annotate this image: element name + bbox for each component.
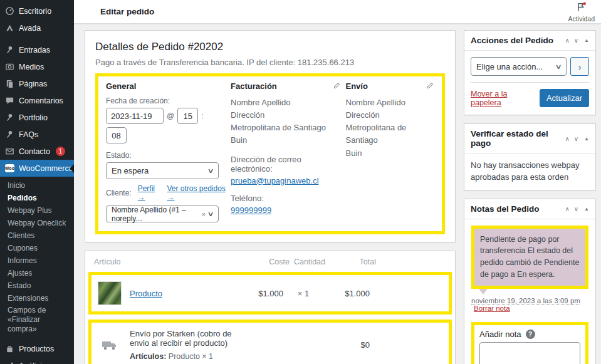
shipping-total: $0 — [323, 340, 370, 350]
truck-icon — [98, 339, 130, 351]
panel-title: Verificar estado del pago — [471, 129, 560, 148]
edit-billing-pencil-icon[interactable] — [333, 81, 341, 91]
column-header-qty: Cantidad — [290, 257, 330, 266]
sidebar-item-faqs[interactable]: FAQs — [0, 126, 74, 143]
product-link[interactable]: Producto — [130, 289, 162, 298]
content-area: Detalles de Pedido #20202 Pago a través … — [74, 24, 601, 364]
chevron-down-icon: ∨ — [207, 210, 214, 218]
order-items-card: Artículo Coste Cantidad Total Producto $… — [85, 251, 456, 364]
shipping-items-label: Artículos: — [130, 352, 166, 361]
apply-action-button[interactable]: › — [570, 57, 589, 76]
order-date-input[interactable] — [106, 108, 164, 124]
order-status-select[interactable]: En espera ∨ — [106, 162, 219, 179]
activity-label: Actividad — [568, 15, 595, 23]
media-icon — [5, 62, 14, 71]
sidebar-item-contacto[interactable]: Contacto 1 — [0, 143, 74, 160]
submenu-item-informes[interactable]: Informes — [0, 254, 74, 267]
sidebar-item-label: Análisis — [19, 361, 46, 364]
sidebar-item-label: Portfolio — [19, 113, 48, 122]
sidebar-item-comentarios[interactable]: Comentarios — [0, 92, 74, 109]
shipping-heading: Envío — [346, 81, 368, 91]
order-note-highlight-box: Pendiente de pago por transferencia El e… — [471, 226, 588, 289]
order-main-column: Detalles de Pedido #20202 Pago a través … — [85, 30, 456, 364]
note-bubble-tail — [479, 289, 488, 294]
sidebar-item-paginas[interactable]: Páginas — [0, 75, 74, 92]
customer-select[interactable]: Nombre Apellido (#1 – noreply... × ∨ — [106, 205, 219, 222]
product-thumbnail — [98, 281, 122, 305]
add-note-textarea[interactable] — [479, 342, 580, 364]
move-down-icon[interactable]: ∨ — [574, 205, 578, 212]
activity-button[interactable]: Actividad — [568, 1, 595, 23]
sidebar-item-woocommerce[interactable]: Woo WooCommerce — [0, 160, 74, 177]
order-notes-panel-header[interactable]: Notas del Pedido ∧ ∨ ▲ — [464, 199, 595, 219]
product-row-highlight-box: Producto $1.000 × 1 $1.000 — [88, 272, 452, 315]
sidebar-item-label: Contacto — [19, 147, 50, 156]
active-menu-arrow — [70, 164, 74, 173]
delete-note-link[interactable]: Borrar nota — [474, 304, 510, 312]
order-note-bubble: Pendiente de pago por transferencia El e… — [474, 229, 585, 286]
submenu-item-webpay-plus[interactable]: Webpay Plus — [0, 204, 74, 217]
pin-icon — [5, 113, 14, 122]
customer-profile-link[interactable]: Perfil → — [138, 184, 161, 202]
order-actions-panel-header[interactable]: Acciones del Pedido ∧ ∨ ▲ — [464, 31, 595, 51]
sidebar-item-analisis[interactable]: Análisis — [0, 357, 74, 364]
payment-status-panel-header[interactable]: Verificar estado del pago ∧ ∨ ▲ — [464, 124, 595, 153]
order-action-select[interactable]: Elige una acción... ∨ — [471, 57, 567, 76]
update-order-button[interactable]: Actualizar — [540, 89, 589, 107]
move-down-icon[interactable]: ∨ — [574, 37, 578, 44]
move-to-trash-link[interactable]: Mover a la papelera — [471, 90, 540, 107]
collapse-toggle-icon[interactable]: ▲ — [584, 38, 589, 43]
menu-separator — [0, 36, 74, 41]
activity-flag-icon — [575, 2, 587, 15]
collapse-toggle-icon[interactable]: ▲ — [584, 136, 589, 142]
submenu-item-extensiones[interactable]: Extensiones — [0, 292, 74, 304]
clear-selection-icon[interactable]: × — [202, 211, 206, 218]
note-date-link[interactable]: noviembre 19, 2023 a las 3:09 pm — [471, 297, 580, 305]
sidebar-item-medios[interactable]: Medios — [0, 58, 74, 75]
billing-region: Metropolitana de Santiago — [231, 122, 340, 134]
move-up-icon[interactable]: ∧ — [565, 37, 569, 44]
submenu-item-clientes[interactable]: Clientes — [0, 229, 74, 242]
order-subtitle: Pago a través de Transferencia bancaria.… — [95, 58, 445, 67]
submenu-item-ajustes[interactable]: Ajustes — [0, 267, 74, 279]
edit-shipping-pencil-icon[interactable] — [427, 81, 434, 91]
order-hour-input[interactable] — [177, 108, 198, 124]
general-column: General Fecha de creación: @ : Estado: E… — [106, 81, 231, 222]
sidebar-item-escritorio[interactable]: Escritorio — [0, 3, 74, 19]
move-down-icon[interactable]: ∨ — [574, 135, 578, 142]
order-minute-input[interactable] — [106, 127, 127, 143]
column-header-cost: Coste — [246, 257, 290, 266]
payment-status-message: No hay transacciones webpay aprobadas pa… — [471, 160, 589, 184]
collapse-toggle-icon[interactable]: ▲ — [584, 206, 589, 212]
submenu-item-inicio[interactable]: Inicio — [0, 179, 74, 192]
help-icon[interactable]: ? — [526, 330, 535, 339]
add-note-highlight-box: Añadir nota ? Nota privada ∨ — [471, 322, 588, 364]
sidebar-item-label: Medios — [19, 63, 44, 71]
submenu-item-estado[interactable]: Estado — [0, 279, 74, 292]
move-up-icon[interactable]: ∧ — [565, 135, 569, 142]
billing-phone-label: Teléfono: — [231, 194, 340, 203]
sidebar-item-portfolio[interactable]: Portfolio — [0, 109, 74, 126]
sidebar-item-productos[interactable]: Productos — [0, 340, 74, 357]
move-up-icon[interactable]: ∧ — [565, 205, 569, 212]
page-header: Editar pedido Actividad — [74, 0, 601, 24]
submenu-item-campos-finalizar[interactable]: Campos de «Finalizar compra» — [0, 304, 74, 336]
shipping-items-value: Producto × 1 — [169, 352, 213, 361]
submenu-item-webpay-oneclick[interactable]: Webpay Oneclick — [0, 217, 74, 229]
time-colon-separator: : — [201, 112, 203, 120]
submenu-item-cupones[interactable]: Cupones — [0, 242, 74, 254]
sidebar-item-label: Entradas — [19, 46, 50, 55]
submenu-item-pedidos[interactable]: Pedidos — [0, 192, 74, 204]
billing-phone-link[interactable]: 999999999 — [231, 205, 271, 215]
customer-label: Cliente: — [106, 189, 132, 197]
order-notes-panel: Notas del Pedido ∧ ∨ ▲ Pendiente de pago… — [464, 199, 596, 364]
billing-address: Dirección — [231, 109, 340, 122]
billing-email-link[interactable]: prueba@tupaginaweb.cl — [231, 176, 318, 185]
sidebar-item-label: Páginas — [19, 80, 47, 88]
sidebar-item-avada[interactable]: Avada — [0, 19, 74, 36]
billing-column: Facturación Nombre Apellido Dirección Me… — [231, 81, 345, 222]
add-note-label: Añadir nota — [479, 330, 521, 339]
general-heading: General — [106, 81, 136, 91]
customer-other-orders-link[interactable]: Ver otros pedidos → — [167, 184, 226, 202]
sidebar-item-entradas[interactable]: Entradas — [0, 41, 74, 58]
